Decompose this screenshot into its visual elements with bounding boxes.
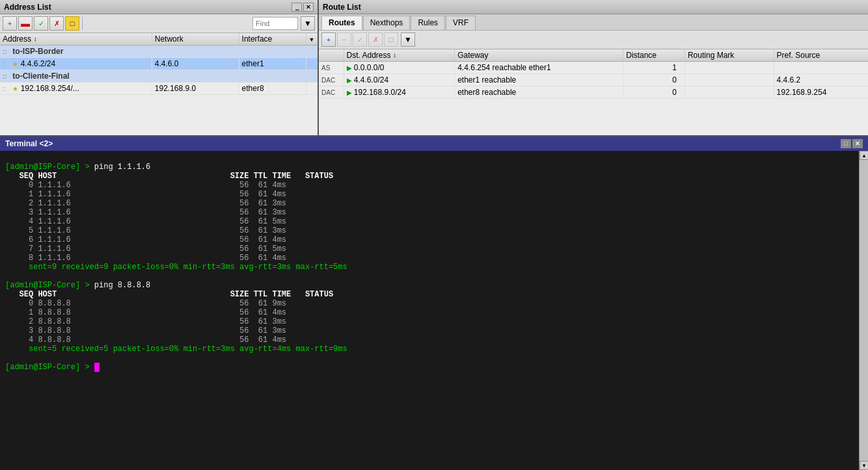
- copy-route-btn[interactable]: □: [384, 33, 398, 47]
- terminal-data-2-3: 3 8.8.8.8 56 61 3ms: [5, 326, 286, 335]
- addr-value-2: 192.168.9.254/...: [21, 84, 79, 93]
- route-gw-0: 4.4.6.254 reachable ether1: [455, 62, 623, 74]
- addr-iface-2: ether8: [239, 83, 306, 95]
- col-dropdown[interactable]: ▼: [306, 33, 318, 46]
- drag-handle: ::: [3, 48, 10, 55]
- addr-extra-2: [306, 83, 318, 95]
- route-filter-btn[interactable]: ▼: [401, 33, 415, 47]
- address-row-4462[interactable]: :: ★ 4.4.6.2/24 4.4.6.0 ether1: [0, 58, 318, 70]
- terminal-data-2-1: 1 8.8.8.8 56 61 4ms: [5, 308, 286, 317]
- addr-extra-1: [306, 58, 318, 70]
- route-type-dac-1: DAC: [319, 74, 344, 86]
- route-toolbar: + − ✓ ✗ □ ▼: [319, 31, 868, 49]
- tab-nexthops[interactable]: Nexthops: [363, 16, 411, 30]
- route-dist-0: 1: [623, 62, 685, 74]
- terminal-data-1-8: 8 1.1.1.6 56 61 4ms: [5, 254, 286, 263]
- add-route-btn[interactable]: +: [321, 33, 336, 47]
- terminal-cmd-1: ping 1.1.1.6: [94, 163, 150, 172]
- toolbar-sep-1: [82, 17, 83, 30]
- terminal-title: Terminal <2>: [5, 139, 53, 148]
- terminal-data-1-6: 6 1.1.1.6 56 61 4ms: [5, 235, 286, 244]
- route-list-panel: Route List Routes Nexthops Rules VRF + −…: [319, 0, 868, 135]
- address-find-input[interactable]: [252, 17, 298, 30]
- route-dist-2: 0: [623, 86, 685, 99]
- check-address-btn[interactable]: ✓: [34, 16, 48, 31]
- col-dst-address[interactable]: Dst. Address ↕: [344, 49, 455, 62]
- main-layout: Address List ⎯ ✕ + ▬ ✓ ✗ □ ▼: [0, 0, 868, 470]
- copy-address-btn[interactable]: □: [65, 16, 79, 31]
- drag-handle-3: ::: [3, 73, 10, 80]
- route-dist-1: 0: [623, 74, 685, 86]
- scroll-down-btn[interactable]: ▼: [860, 461, 868, 470]
- cross-route-btn[interactable]: ✗: [368, 33, 383, 47]
- scroll-up-btn[interactable]: ▲: [860, 151, 868, 160]
- terminal-maximize-btn[interactable]: □: [841, 139, 851, 148]
- terminal-data-1-7: 7 1.1.1.6 56 61 5ms: [5, 244, 286, 254]
- cross-address-btn[interactable]: ✗: [49, 16, 64, 31]
- address-list-titlebar-controls: ⎯ ✕: [292, 3, 314, 12]
- route-dst-0: ▶ 0.0.0.0/0: [344, 62, 455, 74]
- group-name-cliente-final: to-Cliente-Final: [12, 72, 69, 81]
- terminal-prompt-1: [admin@ISP-Core] >: [5, 163, 94, 172]
- terminal-controls: □ ✕: [841, 139, 863, 148]
- route-dst-2: ▶ 192.168.9.0/24: [344, 86, 455, 99]
- col-network[interactable]: Network: [152, 33, 239, 46]
- tab-routes[interactable]: Routes: [321, 16, 362, 30]
- addr-network-2: 192.168.9.0: [152, 83, 239, 95]
- remove-route-btn[interactable]: −: [337, 33, 351, 47]
- col-gateway[interactable]: Gateway: [455, 49, 623, 62]
- group-name-isp-border: to-ISP-Border: [12, 47, 63, 56]
- remove-address-btn[interactable]: ▬: [18, 16, 33, 31]
- terminal-data-1-5: 5 1.1.1.6 56 61 3ms: [5, 226, 286, 235]
- route-type-dac-2: DAC: [319, 86, 344, 99]
- col-interface[interactable]: Interface: [239, 33, 306, 46]
- terminal-data-2-0: 0 8.8.8.8 56 61 9ms: [5, 299, 286, 308]
- terminal-titlebar: Terminal <2> □ ✕: [0, 137, 868, 151]
- route-list-title: Route List: [323, 3, 361, 12]
- terminal-data-2-2: 2 8.8.8.8 56 61 3ms: [5, 317, 286, 326]
- terminal-header-1: SEQ HOST SIZE TTL TIME STATUS: [5, 172, 333, 181]
- addr-iface-1: ether1: [239, 58, 306, 70]
- terminal-data-1-3: 3 1.1.1.6 56 61 3ms: [5, 208, 286, 217]
- col-pref-source[interactable]: Pref. Source: [774, 49, 868, 62]
- scroll-track: [860, 160, 868, 461]
- route-mark-0: [685, 62, 774, 74]
- tab-rules[interactable]: Rules: [411, 16, 445, 30]
- col-distance[interactable]: Distance: [623, 49, 685, 62]
- tab-vrf[interactable]: VRF: [446, 16, 476, 30]
- route-row-2[interactable]: DAC ▶ 192.168.9.0/24 ether8 reachable 0 …: [319, 86, 868, 99]
- address-list-minimize-btn[interactable]: ⎯: [292, 3, 302, 12]
- col-address[interactable]: Address ↕: [0, 33, 152, 46]
- terminal-prompt-2: [admin@ISP-Core] >: [5, 281, 94, 290]
- address-row-1929254[interactable]: :: ★ 192.168.9.254/... 192.168.9.0 ether…: [0, 83, 318, 95]
- terminal-data-1-0: 0 1.1.1.6 56 61 4ms: [5, 181, 286, 190]
- check-route-btn[interactable]: ✓: [353, 33, 367, 47]
- terminal-data-1-4: 4 1.1.1.6 56 61 5ms: [5, 217, 286, 226]
- terminal-cursor: [94, 363, 100, 372]
- route-table-container: Dst. Address ↕ Gateway Distance Routing …: [319, 49, 868, 135]
- terminal-content[interactable]: [admin@ISP-Core] > ping 1.1.1.6 SEQ HOST…: [0, 151, 859, 470]
- address-list-close-btn[interactable]: ✕: [303, 3, 314, 12]
- address-group-cliente-final[interactable]: :: to-Cliente-Final: [0, 70, 318, 83]
- terminal-scrollbar[interactable]: ▲ ▼: [859, 151, 868, 470]
- route-tabs: Routes Nexthops Rules VRF: [319, 14, 868, 31]
- terminal-summary-1: sent=9 received=9 packet-loss=0% min-rtt…: [5, 263, 347, 272]
- address-filter-btn[interactable]: ▼: [301, 16, 315, 31]
- route-row-1[interactable]: DAC ▶ 4.4.6.0/24 ether1 reachable 0 4.4.…: [319, 74, 868, 86]
- terminal-data-2-4: 4 8.8.8.8 56 61 4ms: [5, 335, 286, 345]
- addr-value-1: 4.4.6.2/24: [21, 59, 55, 68]
- col-routing-mark[interactable]: Routing Mark: [685, 49, 774, 62]
- route-dst-1: ▶ 4.4.6.0/24: [344, 74, 455, 86]
- terminal-close-btn[interactable]: ✕: [852, 139, 863, 148]
- route-row-0[interactable]: AS ▶ 0.0.0.0/0 4.4.6.254 reachable ether…: [319, 62, 868, 74]
- route-gw-2: ether8 reachable: [455, 86, 623, 99]
- terminal-data-1-1: 1 1.1.1.6 56 61 4ms: [5, 190, 286, 199]
- address-list-panel: Address List ⎯ ✕ + ▬ ✓ ✗ □ ▼: [0, 0, 319, 135]
- route-list-titlebar: Route List: [319, 0, 868, 14]
- drag-handle-4: ::: [3, 85, 10, 92]
- route-pref-1: 4.4.6.2: [774, 74, 868, 86]
- route-table: Dst. Address ↕ Gateway Distance Routing …: [319, 49, 868, 99]
- add-address-btn[interactable]: +: [3, 16, 17, 31]
- terminal-prompt-3: [admin@ISP-Core] >: [5, 363, 94, 372]
- address-group-isp-border[interactable]: :: to-ISP-Border: [0, 46, 318, 58]
